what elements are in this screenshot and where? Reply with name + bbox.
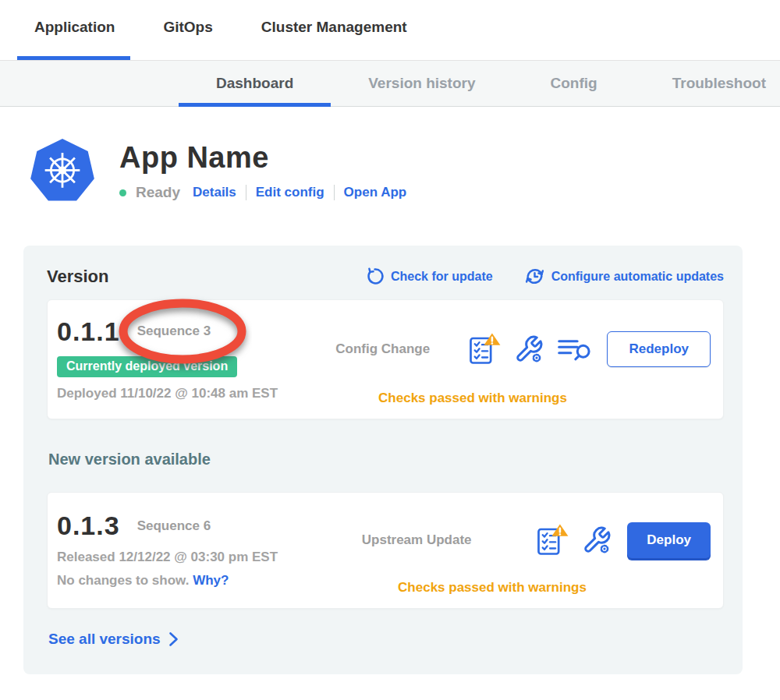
clock-refresh-icon: [524, 266, 545, 287]
preflight-checks-status[interactable]: Checks passed with warnings: [328, 391, 711, 406]
kubernetes-logo-icon: [29, 138, 96, 207]
available-version-row: 0.1.3 Sequence 6 Released 12/12/22 @ 03:…: [47, 492, 724, 609]
why-link[interactable]: Why?: [193, 573, 229, 588]
tab-config[interactable]: Config: [513, 61, 635, 106]
currently-deployed-badge: Currently deployed version: [57, 356, 237, 377]
tab-cluster-management[interactable]: Cluster Management: [261, 19, 407, 60]
app-status: Ready: [136, 184, 180, 201]
available-version-number: 0.1.3: [57, 511, 120, 541]
current-version-number: 0.1.1: [57, 316, 120, 347]
no-changes-text: No changes to show.: [57, 573, 189, 588]
tab-dashboard[interactable]: Dashboard: [179, 61, 331, 106]
wrench-gear-icon[interactable]: [582, 525, 612, 556]
tab-version-history[interactable]: Version history: [331, 61, 512, 106]
check-for-update-label: Check for update: [391, 270, 493, 284]
top-nav: Application GitOps Cluster Management: [0, 0, 780, 61]
preflight-checklist-icon[interactable]: [536, 524, 569, 557]
check-for-update-link[interactable]: Check for update: [365, 267, 493, 286]
open-app-link[interactable]: Open App: [344, 185, 407, 200]
tab-troubleshoot[interactable]: Troubleshoot: [635, 61, 780, 106]
current-version-source: Config Change: [328, 341, 468, 357]
see-all-versions-link[interactable]: See all versions: [48, 631, 179, 648]
version-card: Version Check for update: [23, 246, 743, 674]
preflight-checklist-icon[interactable]: [468, 333, 501, 366]
refresh-icon: [365, 267, 385, 286]
deploy-button[interactable]: Deploy: [627, 522, 711, 558]
sub-nav: Dashboard Version history Config Trouble…: [0, 61, 780, 107]
divider: [246, 185, 246, 200]
divider: [334, 185, 335, 200]
current-version-row: 0.1.1 Sequence 3 Currently deployed vers…: [47, 299, 724, 419]
available-version-sequence: Sequence 6: [137, 518, 211, 534]
file-diff-icon[interactable]: [557, 337, 591, 362]
wrench-gear-icon[interactable]: [514, 334, 544, 365]
page-title: App Name: [119, 141, 406, 175]
app-status-row: Ready Details Edit config Open App: [119, 184, 406, 201]
edit-config-link[interactable]: Edit config: [256, 185, 324, 200]
new-version-heading: New version available: [48, 451, 724, 468]
released-timestamp: Released 12/12/22 @ 03:30 pm EST: [57, 550, 328, 565]
details-link[interactable]: Details: [193, 185, 236, 200]
ready-status-dot-icon: [119, 189, 126, 196]
chevron-right-icon: [168, 631, 179, 647]
configure-automatic-updates-link[interactable]: Configure automatic updates: [524, 266, 724, 287]
configure-automatic-updates-label: Configure automatic updates: [551, 270, 724, 284]
tab-application[interactable]: Application: [34, 19, 115, 60]
see-all-versions-label: See all versions: [48, 631, 161, 648]
redeploy-button[interactable]: Redeploy: [607, 331, 711, 367]
app-header: App Name Ready Details Edit config Open …: [29, 138, 780, 207]
preflight-checks-status[interactable]: Checks passed with warnings: [328, 580, 711, 596]
current-version-sequence: Sequence 3: [137, 323, 211, 339]
deployed-timestamp: Deployed 11/10/22 @ 10:48 am EST: [57, 386, 328, 401]
tab-gitops[interactable]: GitOps: [163, 19, 212, 60]
available-version-source: Upstream Update: [328, 532, 536, 548]
version-card-title: Version: [47, 267, 365, 287]
